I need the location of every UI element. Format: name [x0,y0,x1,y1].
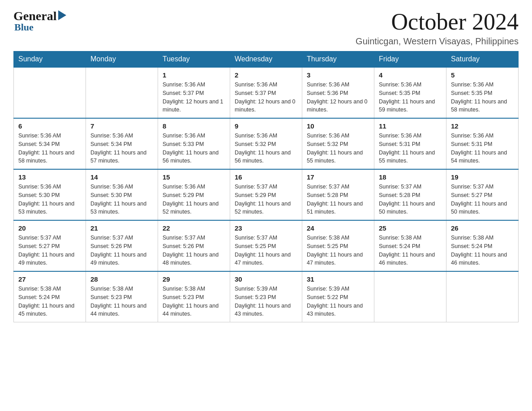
day-number: 17 [307,173,369,181]
calendar-header: Sunday Monday Tuesday Wednesday Thursday… [14,51,519,68]
day-info: Sunrise: 5:39 AM Sunset: 5:23 PM Dayligh… [235,285,297,318]
calendar-day-cell: 5Sunrise: 5:36 AM Sunset: 5:35 PM Daylig… [446,67,519,118]
header-tuesday: Tuesday [158,51,230,68]
day-info: Sunrise: 5:37 AM Sunset: 5:29 PM Dayligh… [235,183,297,216]
day-number: 28 [90,275,153,283]
day-info: Sunrise: 5:36 AM Sunset: 5:34 PM Dayligh… [90,132,153,165]
logo-flag-icon [58,10,66,20]
day-number: 4 [379,71,442,79]
header-thursday: Thursday [302,51,374,68]
calendar-day-cell: 13Sunrise: 5:36 AM Sunset: 5:30 PM Dayli… [14,169,86,220]
day-info: Sunrise: 5:36 AM Sunset: 5:31 PM Dayligh… [379,132,442,165]
calendar-day-cell: 21Sunrise: 5:37 AM Sunset: 5:26 PM Dayli… [86,220,158,271]
day-number: 2 [235,71,297,79]
header-wednesday: Wednesday [230,51,302,68]
calendar-day-cell: 30Sunrise: 5:39 AM Sunset: 5:23 PM Dayli… [230,271,302,322]
calendar-day-cell: 12Sunrise: 5:36 AM Sunset: 5:31 PM Dayli… [446,118,519,169]
calendar-day-cell: 26Sunrise: 5:38 AM Sunset: 5:24 PM Dayli… [446,220,519,271]
calendar-day-cell: 14Sunrise: 5:36 AM Sunset: 5:30 PM Dayli… [86,169,158,220]
calendar-day-cell: 9Sunrise: 5:36 AM Sunset: 5:32 PM Daylig… [230,118,302,169]
day-number: 15 [163,173,225,181]
day-info: Sunrise: 5:38 AM Sunset: 5:24 PM Dayligh… [451,234,514,267]
location-subtitle: Guinticgan, Western Visayas, Philippines [356,36,519,47]
day-number: 12 [451,122,514,130]
day-info: Sunrise: 5:38 AM Sunset: 5:25 PM Dayligh… [307,234,369,267]
header-saturday: Saturday [446,51,519,68]
day-info: Sunrise: 5:36 AM Sunset: 5:34 PM Dayligh… [18,132,81,165]
day-number: 8 [163,122,225,130]
day-number: 6 [18,122,81,130]
header-friday: Friday [374,51,446,68]
weekday-header-row: Sunday Monday Tuesday Wednesday Thursday… [14,51,519,68]
day-number: 1 [163,71,225,79]
day-number: 13 [18,173,81,181]
calendar-day-cell: 31Sunrise: 5:39 AM Sunset: 5:22 PM Dayli… [302,271,374,322]
calendar-day-cell: 28Sunrise: 5:38 AM Sunset: 5:23 PM Dayli… [86,271,158,322]
header: General Blue October 2024 Guinticgan, We… [13,9,519,47]
day-number: 31 [307,275,369,283]
day-number: 24 [307,224,369,232]
calendar-day-cell: 19Sunrise: 5:37 AM Sunset: 5:27 PM Dayli… [446,169,519,220]
day-info: Sunrise: 5:36 AM Sunset: 5:35 PM Dayligh… [379,81,442,114]
calendar-day-cell: 3Sunrise: 5:36 AM Sunset: 5:36 PM Daylig… [302,67,374,118]
day-info: Sunrise: 5:37 AM Sunset: 5:26 PM Dayligh… [163,234,225,267]
day-info: Sunrise: 5:36 AM Sunset: 5:31 PM Dayligh… [451,132,514,165]
calendar-day-cell: 22Sunrise: 5:37 AM Sunset: 5:26 PM Dayli… [158,220,230,271]
day-number: 9 [235,122,297,130]
day-number: 20 [18,224,81,232]
calendar-day-cell: 11Sunrise: 5:36 AM Sunset: 5:31 PM Dayli… [374,118,446,169]
calendar-day-cell: 7Sunrise: 5:36 AM Sunset: 5:34 PM Daylig… [86,118,158,169]
calendar-day-cell: 16Sunrise: 5:37 AM Sunset: 5:29 PM Dayli… [230,169,302,220]
day-number: 27 [18,275,81,283]
header-monday: Monday [86,51,158,68]
calendar-day-cell [374,271,446,322]
day-number: 7 [90,122,153,130]
day-info: Sunrise: 5:39 AM Sunset: 5:22 PM Dayligh… [307,285,369,318]
calendar-day-cell: 24Sunrise: 5:38 AM Sunset: 5:25 PM Dayli… [302,220,374,271]
calendar-week-row: 13Sunrise: 5:36 AM Sunset: 5:30 PM Dayli… [14,169,519,220]
day-info: Sunrise: 5:36 AM Sunset: 5:35 PM Dayligh… [451,81,514,114]
day-number: 23 [235,224,297,232]
day-info: Sunrise: 5:38 AM Sunset: 5:23 PM Dayligh… [163,285,225,318]
day-info: Sunrise: 5:36 AM Sunset: 5:36 PM Dayligh… [307,81,369,114]
day-number: 3 [307,71,369,79]
calendar-day-cell [86,67,158,118]
calendar-day-cell: 4Sunrise: 5:36 AM Sunset: 5:35 PM Daylig… [374,67,446,118]
calendar-day-cell: 1Sunrise: 5:36 AM Sunset: 5:37 PM Daylig… [158,67,230,118]
calendar-day-cell: 17Sunrise: 5:37 AM Sunset: 5:28 PM Dayli… [302,169,374,220]
day-number: 5 [451,71,514,79]
day-number: 25 [379,224,442,232]
calendar-day-cell: 15Sunrise: 5:36 AM Sunset: 5:29 PM Dayli… [158,169,230,220]
day-number: 10 [307,122,369,130]
day-info: Sunrise: 5:36 AM Sunset: 5:32 PM Dayligh… [307,132,369,165]
day-info: Sunrise: 5:37 AM Sunset: 5:28 PM Dayligh… [307,183,369,216]
day-info: Sunrise: 5:36 AM Sunset: 5:32 PM Dayligh… [235,132,297,165]
logo-blue-text: Blue [14,21,34,33]
header-sunday: Sunday [14,51,86,68]
day-number: 16 [235,173,297,181]
calendar-day-cell: 6Sunrise: 5:36 AM Sunset: 5:34 PM Daylig… [14,118,86,169]
day-info: Sunrise: 5:37 AM Sunset: 5:25 PM Dayligh… [235,234,297,267]
day-number: 21 [90,224,153,232]
day-info: Sunrise: 5:38 AM Sunset: 5:24 PM Dayligh… [18,285,81,318]
calendar-week-row: 20Sunrise: 5:37 AM Sunset: 5:27 PM Dayli… [14,220,519,271]
day-number: 19 [451,173,514,181]
day-number: 22 [163,224,225,232]
month-year-title: October 2024 [356,9,519,34]
calendar-body: 1Sunrise: 5:36 AM Sunset: 5:37 PM Daylig… [14,67,519,322]
day-info: Sunrise: 5:36 AM Sunset: 5:30 PM Dayligh… [18,183,81,216]
calendar-day-cell: 29Sunrise: 5:38 AM Sunset: 5:23 PM Dayli… [158,271,230,322]
day-number: 11 [379,122,442,130]
calendar-week-row: 27Sunrise: 5:38 AM Sunset: 5:24 PM Dayli… [14,271,519,322]
calendar-week-row: 6Sunrise: 5:36 AM Sunset: 5:34 PM Daylig… [14,118,519,169]
day-info: Sunrise: 5:37 AM Sunset: 5:27 PM Dayligh… [451,183,514,216]
calendar-day-cell: 18Sunrise: 5:37 AM Sunset: 5:28 PM Dayli… [374,169,446,220]
day-info: Sunrise: 5:37 AM Sunset: 5:26 PM Dayligh… [90,234,153,267]
calendar-day-cell: 20Sunrise: 5:37 AM Sunset: 5:27 PM Dayli… [14,220,86,271]
day-number: 18 [379,173,442,181]
calendar-day-cell: 23Sunrise: 5:37 AM Sunset: 5:25 PM Dayli… [230,220,302,271]
day-number: 14 [90,173,153,181]
day-info: Sunrise: 5:38 AM Sunset: 5:24 PM Dayligh… [379,234,442,267]
day-info: Sunrise: 5:37 AM Sunset: 5:28 PM Dayligh… [379,183,442,216]
day-number: 26 [451,224,514,232]
